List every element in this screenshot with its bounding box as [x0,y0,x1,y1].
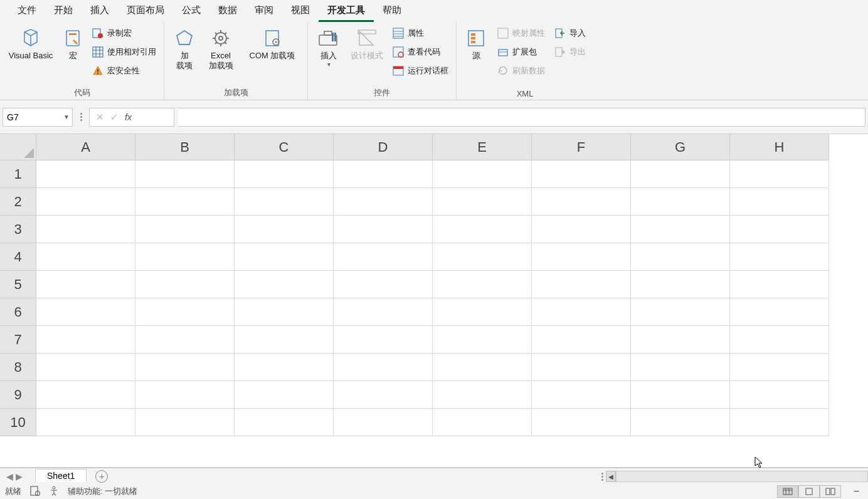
cell-G9[interactable] [631,381,730,409]
cell-B4[interactable] [135,243,235,271]
cell-A10[interactable] [36,409,135,436]
cell-A9[interactable] [36,381,135,409]
add-sheet-button[interactable]: + [95,470,108,483]
cell-D4[interactable] [334,243,433,271]
tab-developer[interactable]: 开发工具 [319,1,374,22]
expansion-packs-button[interactable]: 扩展包 [494,43,548,61]
cell-A2[interactable] [36,188,135,216]
cell-E9[interactable] [433,381,532,409]
cell-A4[interactable] [36,243,135,271]
row-header-10[interactable]: 10 [0,409,36,436]
sheet-nav-next-icon[interactable]: ▶ [16,471,23,481]
tab-home[interactable]: 开始 [45,1,82,22]
cell-A5[interactable] [36,271,135,298]
cell-F6[interactable] [532,298,631,326]
properties-button[interactable]: 属性 [389,24,451,42]
cell-C2[interactable] [235,188,334,216]
cell-C10[interactable] [235,409,334,436]
tab-insert[interactable]: 插入 [82,1,118,22]
cell-C6[interactable] [235,298,334,326]
horizontal-scrollbar[interactable]: ◀ [598,468,868,485]
cell-B5[interactable] [135,271,235,298]
cell-H9[interactable] [730,381,829,409]
cell-G4[interactable] [631,243,730,271]
record-macro-button[interactable]: 录制宏 [89,24,159,42]
cell-D5[interactable] [334,271,433,298]
cell-A1[interactable] [36,160,135,188]
column-header-B[interactable]: B [135,134,235,160]
macro-security-button[interactable]: 宏安全性 [89,62,159,80]
addins-button[interactable]: 加 载项 [169,24,199,71]
cell-B3[interactable] [135,216,235,243]
design-mode-button[interactable]: 设计模式 [348,24,386,61]
cell-F4[interactable] [532,243,631,271]
cell-D10[interactable] [334,409,433,436]
column-header-G[interactable]: G [631,134,730,160]
cell-A8[interactable] [36,354,135,381]
cell-D1[interactable] [334,160,433,188]
row-header-8[interactable]: 8 [0,354,36,381]
cell-C5[interactable] [235,271,334,298]
tab-file[interactable]: 文件 [9,1,45,22]
tab-data[interactable]: 数据 [209,1,246,22]
macro-record-status-icon[interactable] [30,486,40,498]
cell-G5[interactable] [631,271,730,298]
use-relative-references-button[interactable]: 使用相对引用 [89,43,159,61]
tab-page-layout[interactable]: 页面布局 [118,1,173,22]
cell-H1[interactable] [730,160,829,188]
map-properties-button[interactable]: 映射属性 [494,24,548,42]
cell-F7[interactable] [532,326,631,354]
fx-icon[interactable]: fx [125,112,132,122]
cell-D8[interactable] [334,354,433,381]
cell-E2[interactable] [433,188,532,216]
tab-review[interactable]: 审阅 [246,1,282,22]
page-break-view-button[interactable] [820,485,841,498]
cell-E10[interactable] [433,409,532,436]
row-header-7[interactable]: 7 [0,326,36,354]
column-header-H[interactable]: H [730,134,829,160]
cell-C3[interactable] [235,216,334,243]
cell-G7[interactable] [631,326,730,354]
cell-D6[interactable] [334,298,433,326]
cell-H10[interactable] [730,409,829,436]
cell-A3[interactable] [36,216,135,243]
cell-E1[interactable] [433,160,532,188]
column-header-D[interactable]: D [334,134,433,160]
cell-B7[interactable] [135,326,235,354]
row-header-5[interactable]: 5 [0,271,36,298]
chevron-down-icon[interactable]: ▼ [63,113,70,120]
xml-import-button[interactable]: 导入 [551,24,588,42]
cell-G1[interactable] [631,160,730,188]
cell-F5[interactable] [532,271,631,298]
accessibility-icon[interactable] [49,486,59,498]
enter-icon[interactable]: ✓ [110,112,119,123]
cell-B8[interactable] [135,354,235,381]
com-addins-button[interactable]: COM 加载项 [242,24,302,61]
column-header-C[interactable]: C [235,134,334,160]
cell-F2[interactable] [532,188,631,216]
row-header-3[interactable]: 3 [0,216,36,243]
cell-C8[interactable] [235,354,334,381]
cell-F3[interactable] [532,216,631,243]
cell-B9[interactable] [135,381,235,409]
cell-H6[interactable] [730,298,829,326]
name-box[interactable]: G7 ▼ [3,108,73,127]
scroll-track[interactable] [616,471,868,482]
cell-G8[interactable] [631,354,730,381]
tab-view[interactable]: 视图 [282,1,319,22]
tab-help[interactable]: 帮助 [374,1,410,22]
cell-E8[interactable] [433,354,532,381]
cell-B1[interactable] [135,160,235,188]
cell-B2[interactable] [135,188,235,216]
cell-E5[interactable] [433,271,532,298]
normal-view-button[interactable] [777,485,798,498]
cell-D3[interactable] [334,216,433,243]
cell-G3[interactable] [631,216,730,243]
cell-A7[interactable] [36,326,135,354]
excel-addins-button[interactable]: Excel 加载项 [203,24,238,71]
view-code-button[interactable]: 查看代码 [389,43,451,61]
column-header-E[interactable]: E [433,134,532,160]
cell-G6[interactable] [631,298,730,326]
column-header-A[interactable]: A [36,134,135,160]
cell-H5[interactable] [730,271,829,298]
